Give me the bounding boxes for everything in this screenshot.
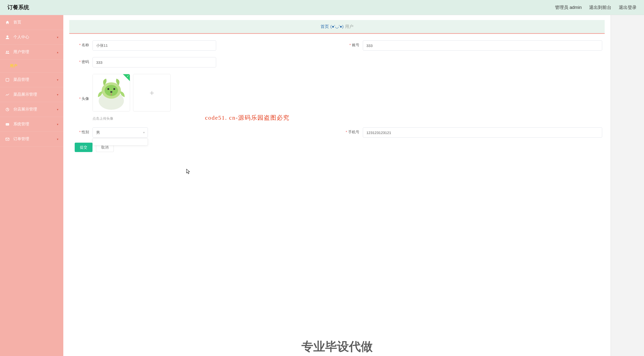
- name-input[interactable]: [92, 40, 216, 51]
- logout-link[interactable]: 退出登录: [619, 4, 636, 10]
- chevron-down-icon: ▾: [57, 137, 58, 141]
- sidebar-item-label: 用户管理: [13, 49, 57, 55]
- users-icon: [5, 50, 10, 54]
- browser-gutter: [610, 15, 644, 356]
- avatar-add-button[interactable]: ＋: [133, 74, 171, 111]
- sidebar-item-label: 订单管理: [13, 136, 57, 142]
- svg-point-12: [113, 88, 115, 90]
- plus-icon: ＋: [148, 88, 156, 98]
- sidebar-item-users[interactable]: 用户管理 ▴: [0, 45, 63, 59]
- chevron-down-icon: ▾: [143, 131, 145, 134]
- avatar-label: *头像: [72, 94, 92, 101]
- user-form: *名称 *账号 *密码 *头像: [69, 40, 605, 152]
- display-icon: [5, 92, 10, 97]
- main-content: 首页 (●'◡'●) 用户 *名称 *账号 *密码 *头像: [63, 15, 610, 356]
- phone-label: *手机号: [342, 127, 363, 134]
- chevron-down-icon: ▾: [57, 108, 58, 111]
- sidebar-item-label: 首页: [13, 20, 58, 25]
- sidebar-item-branch-display[interactable]: 分店展示管理 ▾: [0, 102, 63, 117]
- gender-label: *性别: [72, 127, 92, 134]
- sidebar-item-orders[interactable]: 订单管理 ▾: [0, 132, 63, 147]
- home-icon: [5, 20, 10, 25]
- svg-point-13: [110, 91, 112, 93]
- submit-button[interactable]: 提交: [75, 143, 92, 152]
- sidebar-item-dishes[interactable]: 菜品管理 ▾: [0, 72, 63, 87]
- frontend-link[interactable]: 退出到前台: [589, 4, 611, 10]
- cursor-icon: [186, 169, 190, 175]
- sidebar-subitem-user[interactable]: 用户: [0, 59, 63, 72]
- dish-icon: [5, 78, 10, 82]
- sidebar-item-label: 个人中心: [13, 35, 57, 40]
- watermark-text-2: 专业毕设代做: [302, 339, 373, 355]
- chevron-up-icon: ▴: [57, 50, 58, 54]
- sidebar-item-label: 分店展示管理: [13, 107, 57, 112]
- sidebar-item-label: 菜品展示管理: [13, 92, 57, 97]
- order-icon: [5, 137, 10, 141]
- gender-value: 男: [96, 130, 100, 135]
- sidebar-item-system[interactable]: 系统管理 ▾: [0, 117, 63, 132]
- svg-point-5: [8, 124, 8, 125]
- phone-input[interactable]: [363, 127, 602, 138]
- admin-link[interactable]: 管理员 admin: [555, 4, 582, 10]
- account-input[interactable]: [363, 40, 602, 51]
- chevron-down-icon: ▾: [57, 35, 58, 39]
- sidebar-item-profile[interactable]: 个人中心 ▾: [0, 30, 63, 45]
- svg-point-11: [107, 88, 109, 90]
- sidebar-item-label: 系统管理: [13, 122, 57, 127]
- breadcrumb-emoticon: (●'◡'●): [330, 24, 344, 29]
- branch-icon: [5, 107, 10, 112]
- sidebar: 首页 个人中心 ▾ 用户管理 ▴ 用户 菜品管理 ▾: [0, 15, 63, 356]
- chevron-down-icon: ▾: [57, 93, 58, 96]
- password-input[interactable]: [92, 57, 216, 67]
- header: 订餐系统 管理员 admin 退出到前台 退出登录: [0, 0, 644, 15]
- sidebar-item-dish-display[interactable]: 菜品展示管理 ▾: [0, 87, 63, 102]
- check-icon: [123, 74, 130, 81]
- svg-rect-0: [6, 78, 9, 81]
- app-title: 订餐系统: [8, 4, 29, 11]
- system-icon: [5, 122, 10, 127]
- account-label: *账号: [342, 40, 363, 47]
- user-icon: [5, 35, 10, 39]
- avatar-thumbnail[interactable]: [92, 74, 130, 111]
- breadcrumb-current: 用户: [345, 24, 354, 29]
- sidebar-item-label: 菜品管理: [13, 77, 57, 82]
- gender-dropdown[interactable]: [92, 138, 148, 146]
- sidebar-item-home[interactable]: 首页: [0, 15, 63, 30]
- chevron-down-icon: ▾: [57, 123, 58, 126]
- breadcrumb: 首页 (●'◡'●) 用户: [69, 20, 605, 34]
- password-label: *密码: [72, 57, 92, 64]
- svg-point-4: [7, 124, 8, 125]
- avatar-hint: 点击上传头像: [92, 116, 602, 121]
- breadcrumb-home[interactable]: 首页: [320, 24, 329, 29]
- name-label: *名称: [72, 40, 92, 47]
- svg-point-3: [6, 124, 7, 125]
- chevron-down-icon: ▾: [57, 78, 58, 82]
- sidebar-subitem-label: 用户: [10, 63, 17, 68]
- gender-select[interactable]: 男 ▾: [92, 127, 148, 138]
